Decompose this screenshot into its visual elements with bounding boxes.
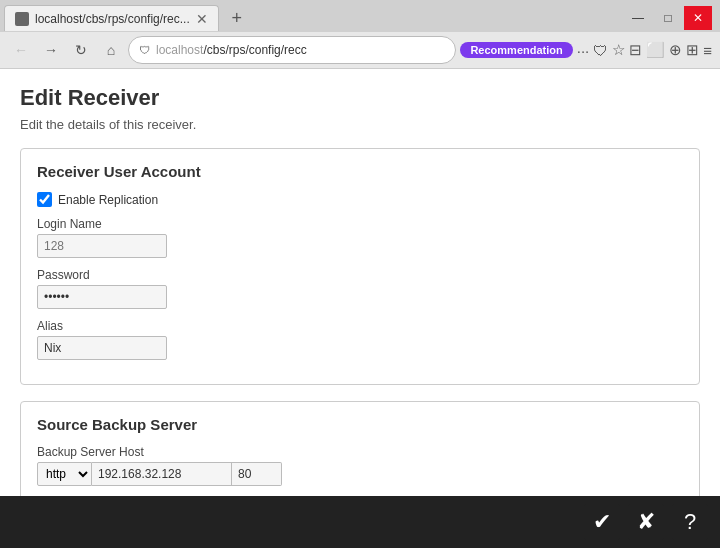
protocol-select[interactable]: http https: [37, 462, 92, 486]
nav-bar: ← → ↻ ⌂ 🛡 localhost/cbs/rps/config/recc …: [0, 32, 720, 68]
forward-button[interactable]: →: [38, 37, 64, 63]
password-group: Password: [37, 268, 683, 309]
bottom-toolbar: ✔ ✘ ?: [0, 496, 720, 548]
alias-group: Alias: [37, 319, 683, 360]
host-port-input[interactable]: [232, 462, 282, 486]
password-input[interactable]: [37, 285, 167, 309]
page-title: Edit Receiver: [20, 85, 700, 111]
minimize-button[interactable]: —: [624, 6, 652, 30]
shield-button[interactable]: 🛡: [593, 42, 608, 59]
enable-replication-row: Enable Replication: [37, 192, 683, 207]
host-group: Backup Server Host http https: [37, 445, 683, 486]
back-button[interactable]: ←: [8, 37, 34, 63]
tab-close-button[interactable]: ✕: [196, 12, 208, 26]
browser-chrome: localhost/cbs/rps/config/rec... ✕ + — □ …: [0, 0, 720, 69]
active-tab[interactable]: localhost/cbs/rps/config/rec... ✕: [4, 5, 219, 31]
enable-replication-label: Enable Replication: [58, 193, 158, 207]
host-ip-input[interactable]: [92, 462, 232, 486]
tab-bar: localhost/cbs/rps/config/rec... ✕ + — □ …: [0, 0, 720, 32]
source-section-title: Source Backup Server: [37, 416, 683, 433]
login-name-input[interactable]: [37, 234, 167, 258]
menu-button[interactable]: ≡: [703, 42, 712, 59]
cancel-button[interactable]: ✘: [628, 504, 664, 540]
home-button[interactable]: ⌂: [98, 37, 124, 63]
tab-favicon: [15, 12, 29, 26]
page-subtitle: Edit the details of this receiver.: [20, 117, 700, 132]
receiver-user-account-section: Receiver User Account Enable Replication…: [20, 148, 700, 385]
address-text: localhost/cbs/rps/config/recc: [156, 43, 445, 57]
confirm-button[interactable]: ✔: [584, 504, 620, 540]
extensions-button[interactable]: ⊞: [686, 41, 699, 59]
globe-button[interactable]: ⊕: [669, 41, 682, 59]
security-icon: 🛡: [139, 44, 150, 56]
host-row: http https: [37, 462, 683, 486]
receiver-section-title: Receiver User Account: [37, 163, 683, 180]
bookmark-button[interactable]: ☆: [612, 41, 625, 59]
enable-replication-checkbox[interactable]: [37, 192, 52, 207]
maximize-button[interactable]: □: [654, 6, 682, 30]
more-button[interactable]: ···: [577, 42, 590, 59]
password-label: Password: [37, 268, 683, 282]
container-button[interactable]: ⬜: [646, 41, 665, 59]
help-button[interactable]: ?: [672, 504, 708, 540]
library-button[interactable]: ⊟: [629, 41, 642, 59]
close-button[interactable]: ✕: [684, 6, 712, 30]
window-controls: — □ ✕: [624, 6, 716, 30]
login-name-label: Login Name: [37, 217, 683, 231]
alias-input[interactable]: [37, 336, 167, 360]
login-name-group: Login Name: [37, 217, 683, 258]
page-content: Edit Receiver Edit the details of this r…: [0, 69, 720, 548]
alias-label: Alias: [37, 319, 683, 333]
host-label: Backup Server Host: [37, 445, 683, 459]
new-tab-button[interactable]: +: [223, 6, 251, 30]
address-bar[interactable]: 🛡 localhost/cbs/rps/config/recc: [128, 36, 456, 64]
refresh-button[interactable]: ↻: [68, 37, 94, 63]
tab-title: localhost/cbs/rps/config/rec...: [35, 12, 190, 26]
recommendation-badge[interactable]: Recommendation: [460, 42, 572, 58]
